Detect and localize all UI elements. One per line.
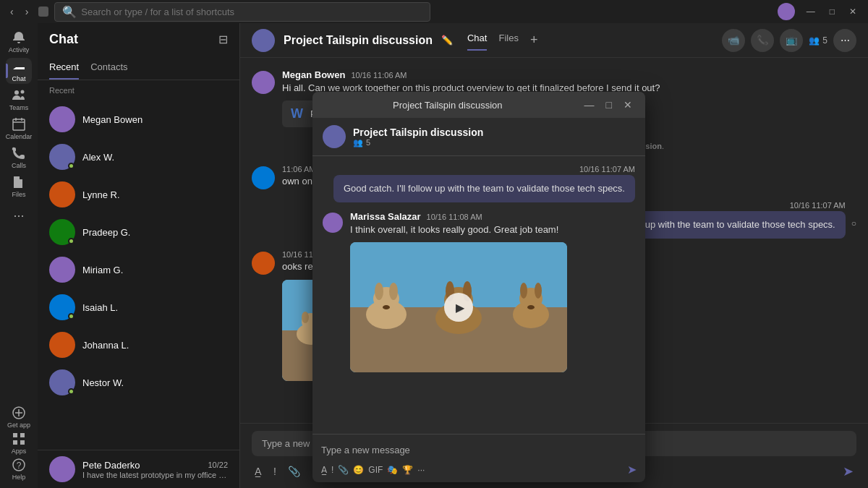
footer-chat-item[interactable]: Pete Daderko 10/22 I have the latest pro… — [38, 450, 239, 488]
avatar — [252, 166, 275, 189]
sidebar-item-calendar[interactable]: Calendar — [6, 116, 32, 142]
popup-input-toolbar: A̲ ! 📎 😊 GIF 🎭 🏆 ··· ➤ — [321, 463, 637, 476]
message-status-icon: ○ — [851, 218, 856, 228]
popup-close-button[interactable]: ✕ — [619, 98, 637, 112]
svg-text:?: ? — [17, 461, 22, 471]
tab-add[interactable]: + — [530, 30, 538, 51]
sidebar-item-more[interactable]: ··· — [6, 202, 32, 228]
popup-praise-button[interactable]: 🏆 — [402, 465, 413, 475]
svg-point-34 — [389, 283, 398, 300]
chat-item-name: Megan Bowen — [82, 114, 228, 125]
filter-icon[interactable]: ⊟ — [218, 33, 228, 46]
nav-forward-button[interactable]: › — [21, 4, 33, 19]
attach-button[interactable]: 📎 — [285, 464, 303, 479]
popup-outgoing-content: 10/16 11:07 AM Good catch. I'll follow u… — [333, 165, 635, 202]
svg-point-19 — [302, 312, 309, 323]
popup-minimize-button[interactable]: — — [580, 98, 599, 112]
getapp-label: Get app — [7, 421, 30, 429]
video-call-button[interactable]: 📹 — [722, 29, 745, 52]
popup-message-input[interactable]: Type a new message — [321, 440, 637, 460]
popup-video-thumbnail[interactable] — [350, 242, 567, 372]
popup-outgoing-message: 10/16 11:07 AM Good catch. I'll follow u… — [323, 165, 635, 202]
list-item[interactable]: Johanna L. — [38, 326, 239, 364]
edit-title-icon[interactable]: ✏️ — [441, 35, 453, 46]
popup-input-area: Type a new message A̲ ! 📎 😊 GIF 🎭 🏆 ··· … — [312, 434, 645, 482]
popup-play-button[interactable] — [444, 293, 473, 322]
list-item[interactable]: Megan Bowen — [38, 100, 239, 138]
popup-gif-button[interactable]: GIF — [368, 465, 383, 475]
footer-avatar — [49, 456, 75, 482]
search-input[interactable] — [81, 7, 422, 17]
close-button[interactable]: ✕ — [843, 5, 862, 18]
message-meta: Megan Bowen 10/16 11:06 AM — [282, 69, 856, 80]
avatar — [49, 144, 75, 170]
tab-files[interactable]: Files — [498, 30, 518, 51]
sidebar-item-help[interactable]: ? Help — [6, 456, 32, 482]
teams-label: Teams — [9, 104, 29, 111]
popup-controls: — □ ✕ — [580, 98, 637, 112]
chat-list: Megan Bowen Alex W. Lynne R. — [38, 98, 239, 450]
more-dots: ··· — [13, 208, 24, 223]
main-layout: Activity Chat Teams Calendar Calls Files… — [0, 23, 868, 488]
sidebar-item-files[interactable]: Files — [6, 174, 32, 200]
header-tabs: Chat Files + — [467, 30, 537, 51]
title-bar-right: — □ ✕ — [778, 3, 862, 20]
popup-message-time2: 10/16 11:08 AM — [427, 213, 482, 221]
popup-participants-count: 5 — [366, 138, 370, 147]
popup-send-button[interactable]: ➤ — [627, 463, 637, 476]
search-bar[interactable]: 🔍 — [54, 2, 430, 22]
chat-panel-title: Chat — [49, 32, 78, 47]
app-sidebar: Activity Chat Teams Calendar Calls Files… — [0, 23, 38, 488]
list-item[interactable]: Pradeep G. — [38, 213, 239, 251]
sidebar-item-calls[interactable]: Calls — [6, 145, 32, 171]
restore-button[interactable]: □ — [824, 5, 841, 18]
popup-messages: 10/16 11:07 AM Good catch. I'll follow u… — [312, 156, 645, 434]
chat-item-info: Alex W. — [82, 152, 228, 163]
sidebar-item-apps[interactable]: Apps — [6, 430, 32, 456]
nav-controls[interactable]: ‹ › — [6, 4, 33, 19]
format-button[interactable]: A̲ — [252, 464, 265, 479]
window-controls[interactable]: — □ ✕ — [801, 5, 862, 18]
popup-sticker-button[interactable]: 🎭 — [387, 465, 398, 475]
sidebar-item-teams[interactable]: Teams — [6, 87, 32, 113]
more-options-button[interactable]: ⋯ — [833, 29, 856, 52]
popup-attach-button[interactable]: 📎 — [338, 465, 349, 475]
sidebar-item-activity[interactable]: Activity — [6, 29, 32, 55]
svg-point-45 — [527, 305, 535, 309]
avatar — [252, 252, 275, 275]
chat-item-name: Lynne R. — [82, 189, 228, 200]
user-avatar[interactable] — [778, 3, 795, 20]
popup-emoji-button[interactable]: 😊 — [353, 465, 364, 475]
message-time: 11:06 AM — [282, 165, 315, 174]
screen-share-button[interactable]: 📺 — [780, 29, 803, 52]
tab-recent[interactable]: Recent — [49, 56, 79, 80]
avatar — [49, 106, 75, 132]
nav-back-button[interactable]: ‹ — [6, 4, 18, 19]
list-item[interactable]: Isaiah L. — [38, 288, 239, 326]
tab-chat[interactable]: Chat — [467, 30, 487, 51]
popup-important-button[interactable]: ! — [331, 465, 333, 475]
list-item[interactable]: Alex W. — [38, 138, 239, 176]
send-button[interactable]: ➤ — [840, 462, 856, 481]
tab-contacts[interactable]: Contacts — [90, 56, 127, 80]
list-item[interactable]: Miriam G. — [38, 251, 239, 288]
popup-title: Project Tailspin discussion — [321, 100, 574, 111]
important-button[interactable]: ! — [271, 464, 279, 479]
chat-item-name: Alex W. — [82, 152, 228, 163]
svg-point-33 — [375, 283, 383, 300]
popup-more-button[interactable]: ··· — [417, 465, 425, 475]
svg-point-44 — [535, 283, 542, 299]
online-indicator — [68, 388, 75, 395]
list-item[interactable]: Lynne R. — [38, 176, 239, 213]
sidebar-item-getapp[interactable]: Get app — [6, 404, 32, 430]
chat-label: Chat — [12, 75, 25, 82]
list-item[interactable]: Nestor W. — [38, 364, 239, 401]
sidebar-item-chat[interactable]: Chat — [6, 58, 32, 84]
popup-message-sender: Marissa Salazar — [350, 211, 421, 222]
apps-label: Apps — [12, 448, 27, 455]
audio-call-button[interactable]: 📞 — [751, 29, 774, 52]
popup-msg-avatar — [323, 213, 343, 233]
popup-restore-button[interactable]: □ — [602, 98, 616, 112]
popup-format-button[interactable]: A̲ — [321, 465, 327, 475]
minimize-button[interactable]: — — [801, 5, 821, 18]
